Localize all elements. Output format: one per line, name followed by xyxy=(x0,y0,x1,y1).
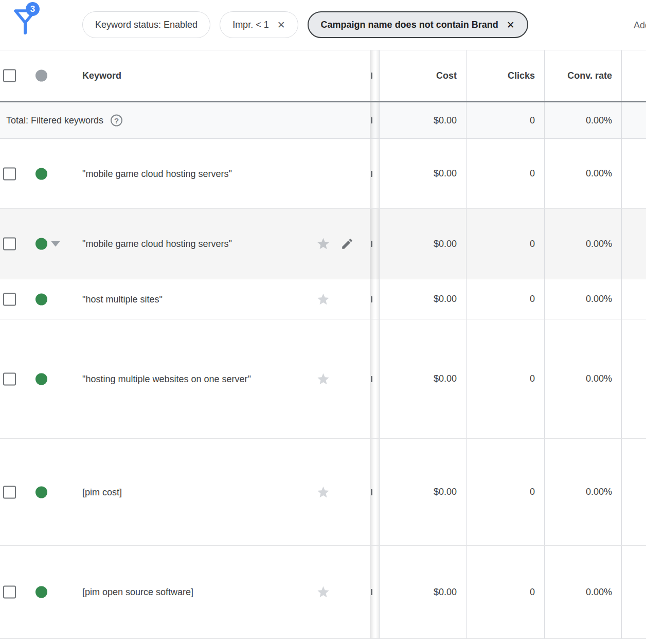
chip-label: Keyword status: Enabled xyxy=(95,20,198,30)
extra-column-header xyxy=(621,50,646,101)
extra-cell xyxy=(621,546,646,638)
clipped-column-fragment xyxy=(371,171,372,177)
filter-chip-impressions[interactable]: Impr. < 1 ✕ xyxy=(220,11,298,38)
google-ads-keywords-page: 3 Keyword status: Enabled Impr. < 1 ✕ Ca… xyxy=(0,0,646,644)
filter-chip-campaign-name[interactable]: Campaign name does not contain Brand ✕ xyxy=(308,11,528,38)
help-icon[interactable]: ? xyxy=(111,115,122,127)
star-icon[interactable] xyxy=(316,292,330,306)
table-row[interactable]: "host multiple sites"$0.0000.00% xyxy=(0,279,646,319)
table-row[interactable]: [pim open source software]$0.0000.00% xyxy=(0,546,646,639)
clicks-cell: 0 xyxy=(466,319,544,438)
row-checkbox[interactable] xyxy=(3,372,16,385)
total-conv-rate-cell: 0.00% xyxy=(544,102,621,138)
status-dot-header xyxy=(35,70,47,82)
star-icon[interactable] xyxy=(316,585,330,599)
clipped-column-fragment xyxy=(371,589,372,595)
extra-cell xyxy=(621,139,646,208)
extra-cell xyxy=(621,319,646,438)
add-filter-button[interactable]: Add filter xyxy=(634,0,646,50)
scroll-divider xyxy=(370,139,379,208)
total-row: Total: Filtered keywords ? $0.00 0 0.00% xyxy=(0,102,646,139)
conv-rate-cell: 0.00% xyxy=(544,546,621,638)
extra-cell xyxy=(621,102,646,138)
clicks-cell: 0 xyxy=(466,139,544,208)
clipped-column-fragment xyxy=(371,296,372,302)
conv-rate-cell: 0.00% xyxy=(544,209,621,279)
star-icon[interactable] xyxy=(316,485,330,499)
status-dot-enabled xyxy=(35,168,47,180)
status-dot-enabled xyxy=(35,373,47,385)
conv-rate-cell: 0.00% xyxy=(544,319,621,438)
total-label-text: Total: Filtered keywords xyxy=(6,115,103,126)
scroll-divider xyxy=(370,546,379,638)
scroll-divider xyxy=(370,439,379,545)
star-icon[interactable] xyxy=(316,372,330,386)
table-row[interactable]: "hosting multiple websites on one server… xyxy=(0,319,646,439)
keyword-cell: "mobile game cloud hosting servers" xyxy=(0,139,370,208)
extra-cell xyxy=(621,439,646,545)
star-icon[interactable] xyxy=(316,237,330,251)
keyword-text[interactable]: "mobile game cloud hosting servers" xyxy=(82,239,232,249)
keyword-text[interactable]: "host multiple sites" xyxy=(82,294,163,305)
status-dot-enabled xyxy=(35,486,47,498)
table-row[interactable]: [pim cost]$0.0000.00% xyxy=(0,439,646,546)
filter-chips: Keyword status: Enabled Impr. < 1 ✕ Camp… xyxy=(82,11,528,38)
keyword-text[interactable]: [pim open source software] xyxy=(82,587,193,598)
conv-rate-cell: 0.00% xyxy=(544,279,621,319)
keyword-cell: [pim cost] xyxy=(0,439,370,545)
status-dot-enabled xyxy=(35,293,47,305)
cost-cell: $0.00 xyxy=(379,546,466,638)
scroll-divider xyxy=(370,102,379,138)
keyword-column-header[interactable]: Keyword xyxy=(82,70,121,81)
keyword-text[interactable]: [pim cost] xyxy=(82,487,122,497)
conv-rate-cell: 0.00% xyxy=(544,439,621,545)
cost-column-header[interactable]: Cost xyxy=(379,50,466,101)
conv-rate-column-header[interactable]: Conv. rate xyxy=(544,50,621,101)
chip-label: Impr. < 1 xyxy=(232,20,269,30)
row-checkbox[interactable] xyxy=(3,486,16,498)
keyword-text[interactable]: "hosting multiple websites on one server… xyxy=(82,373,251,384)
row-checkbox[interactable] xyxy=(3,167,16,180)
clicks-cell: 0 xyxy=(466,439,544,545)
filter-funnel-icon[interactable]: 3 xyxy=(12,7,38,37)
scroll-divider xyxy=(370,319,379,438)
total-clicks-cell: 0 xyxy=(466,102,544,138)
filter-bar: 3 Keyword status: Enabled Impr. < 1 ✕ Ca… xyxy=(0,0,646,50)
table-row[interactable]: "mobile game cloud hosting servers"$0.00… xyxy=(0,139,646,209)
clipped-column-fragment xyxy=(371,376,372,382)
scroll-divider xyxy=(370,279,379,319)
keyword-rows: "mobile game cloud hosting servers"$0.00… xyxy=(0,139,646,639)
cost-cell: $0.00 xyxy=(379,279,466,319)
bottom-filler xyxy=(0,639,646,643)
status-dropdown-arrow-icon[interactable] xyxy=(51,241,60,247)
clipped-column-fragment xyxy=(371,241,372,247)
keyword-cell: "host multiple sites" xyxy=(0,279,370,319)
row-checkbox[interactable] xyxy=(3,586,16,599)
row-checkbox[interactable] xyxy=(3,238,16,251)
keyword-text[interactable]: "mobile game cloud hosting servers" xyxy=(82,168,232,179)
cost-cell: $0.00 xyxy=(379,209,466,279)
scroll-divider xyxy=(370,50,379,101)
conv-rate-cell: 0.00% xyxy=(544,139,621,208)
clicks-cell: 0 xyxy=(466,209,544,279)
close-icon[interactable]: ✕ xyxy=(507,20,515,30)
extra-cell xyxy=(621,279,646,319)
cost-cell: $0.00 xyxy=(379,139,466,208)
filter-chip-keyword-status[interactable]: Keyword status: Enabled xyxy=(82,11,210,38)
total-cost-cell: $0.00 xyxy=(379,102,466,138)
row-checkbox[interactable] xyxy=(3,293,16,306)
clicks-column-header[interactable]: Clicks xyxy=(466,50,544,101)
keyword-header-cell: Keyword xyxy=(0,50,370,101)
chip-label: Campaign name does not contain Brand xyxy=(321,20,498,30)
close-icon[interactable]: ✕ xyxy=(277,20,285,30)
total-label-cell: Total: Filtered keywords ? xyxy=(0,102,370,138)
select-all-checkbox[interactable] xyxy=(3,69,16,82)
clipped-column-fragment xyxy=(371,117,372,123)
cost-cell: $0.00 xyxy=(379,319,466,438)
status-dot-enabled xyxy=(35,586,47,598)
edit-pencil-icon[interactable] xyxy=(340,237,354,251)
table-row[interactable]: "mobile game cloud hosting servers"$0.00… xyxy=(0,209,646,279)
clicks-cell: 0 xyxy=(466,279,544,319)
scroll-divider xyxy=(370,209,379,279)
keyword-cell: "mobile game cloud hosting servers" xyxy=(0,209,370,279)
